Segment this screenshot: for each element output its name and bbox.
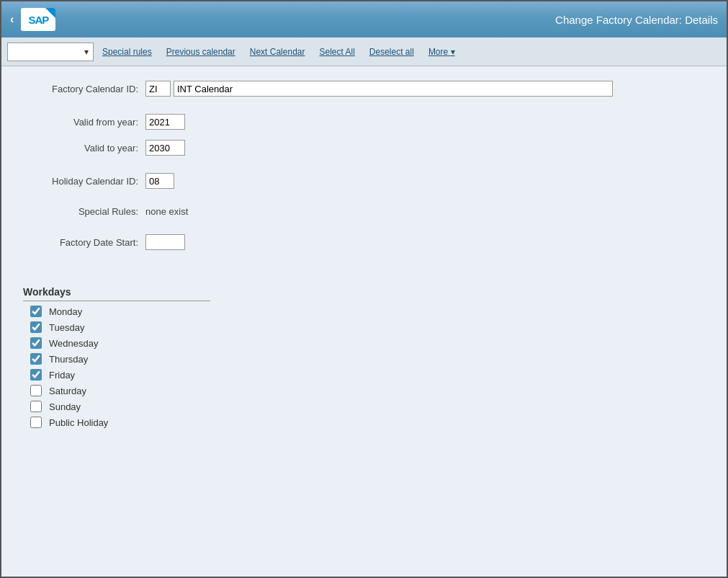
workday-row-tuesday: Tuesday <box>23 321 705 333</box>
special-rules-value: none exist <box>145 206 188 217</box>
factory-calendar-id-input[interactable] <box>145 81 171 97</box>
workday-checkbox-sunday[interactable] <box>30 401 42 412</box>
holiday-calendar-id-row: Holiday Calendar ID: <box>23 173 705 189</box>
title-bar: ‹ SAP Change Factory Calendar: Details <box>1 1 727 37</box>
dropdown-arrow-icon: ▾ <box>84 47 89 57</box>
main-window: ‹ SAP Change Factory Calendar: Details ▾… <box>0 0 728 578</box>
workday-row-monday: Monday <box>23 306 705 317</box>
workday-row-friday: Friday <box>23 369 705 381</box>
factory-calendar-name-input[interactable] <box>174 81 613 97</box>
workday-checkbox-public-holiday[interactable] <box>30 417 42 428</box>
holiday-calendar-id-input[interactable] <box>145 173 174 189</box>
workday-checkbox-saturday[interactable] <box>30 385 42 396</box>
factory-calendar-id-label: Factory Calendar ID: <box>23 84 138 94</box>
content-area: Factory Calendar ID: Valid from year: Va… <box>1 66 727 577</box>
workdays-container: MondayTuesdayWednesdayThursdayFridaySatu… <box>23 306 705 428</box>
more-button[interactable]: More ▾ <box>423 44 461 60</box>
previous-calendar-button[interactable]: Previous calendar <box>161 44 241 60</box>
workday-checkbox-tuesday[interactable] <box>30 321 42 333</box>
page-title: Change Factory Calendar: Details <box>555 14 718 26</box>
valid-to-year-row: Valid to year: <box>23 140 705 156</box>
workday-label-tuesday: Tuesday <box>49 322 84 333</box>
workday-checkbox-thursday[interactable] <box>30 353 42 365</box>
workday-label-sunday: Sunday <box>49 401 81 412</box>
next-calendar-button[interactable]: Next Calendar <box>244 44 311 60</box>
factory-calendar-id-row: Factory Calendar ID: <box>23 81 705 97</box>
special-rules-label: Special Rules: <box>23 206 138 217</box>
workday-row-public-holiday: Public Holiday <box>23 417 705 428</box>
workday-row-sunday: Sunday <box>23 401 705 412</box>
sap-logo: SAP <box>21 8 55 31</box>
workday-label-public-holiday: Public Holiday <box>49 417 108 428</box>
valid-from-year-label: Valid from year: <box>23 117 138 128</box>
valid-to-year-input[interactable] <box>145 140 185 156</box>
select-all-button[interactable]: Select All <box>313 44 360 60</box>
sap-logo-triangle <box>45 8 55 18</box>
special-rules-button[interactable]: Special rules <box>96 44 158 60</box>
workday-label-monday: Monday <box>49 306 82 317</box>
deselect-all-button[interactable]: Deselect all <box>364 44 420 60</box>
factory-date-start-input[interactable] <box>145 234 185 250</box>
workday-checkbox-friday[interactable] <box>30 369 42 381</box>
factory-date-start-label: Factory Date Start: <box>23 237 138 248</box>
valid-to-year-label: Valid to year: <box>23 143 138 154</box>
workday-row-thursday: Thursday <box>23 353 705 365</box>
holiday-calendar-id-label: Holiday Calendar ID: <box>23 176 138 187</box>
toolbar-dropdown[interactable]: ▾ <box>7 43 94 61</box>
workday-row-saturday: Saturday <box>23 385 705 396</box>
valid-from-year-input[interactable] <box>145 114 185 130</box>
workday-label-saturday: Saturday <box>49 386 86 396</box>
workday-checkbox-wednesday[interactable] <box>30 337 42 349</box>
special-rules-row: Special Rules: none exist <box>23 206 705 217</box>
more-dropdown-icon: ▾ <box>451 47 455 57</box>
workday-checkbox-monday[interactable] <box>30 306 42 317</box>
workday-label-friday: Friday <box>49 370 75 381</box>
factory-date-start-row: Factory Date Start: <box>23 234 705 250</box>
workday-row-wednesday: Wednesday <box>23 337 705 349</box>
workdays-section-title: Workdays <box>23 286 210 301</box>
toolbar: ▾ Special rules Previous calendar Next C… <box>1 37 727 66</box>
back-button[interactable]: ‹ <box>10 13 14 26</box>
workday-label-thursday: Thursday <box>49 354 88 365</box>
valid-from-year-row: Valid from year: <box>23 114 705 130</box>
workday-label-wednesday: Wednesday <box>49 338 98 349</box>
